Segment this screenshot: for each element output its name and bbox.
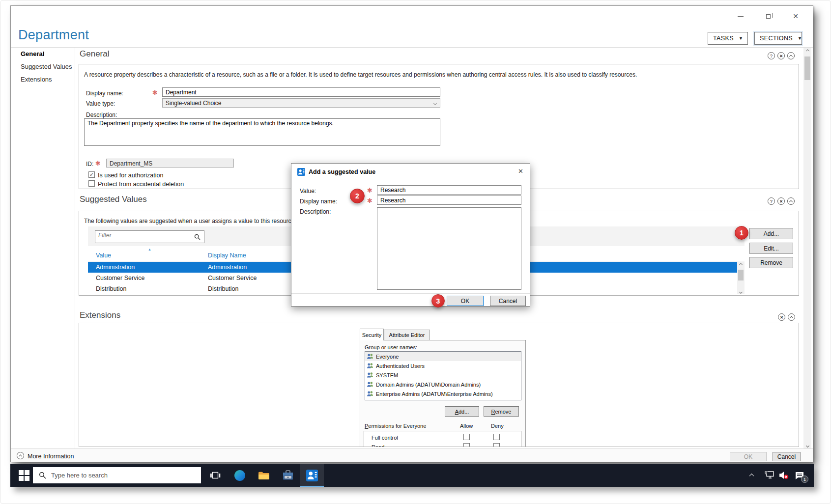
sections-dropdown-button[interactable]: SECTIONS ▼ bbox=[754, 32, 802, 45]
dialog-value-input[interactable]: Research bbox=[377, 185, 521, 195]
start-button[interactable] bbox=[19, 470, 29, 481]
scroll-down-icon[interactable] bbox=[803, 445, 811, 447]
add-suggested-value-dialog: Add a suggested value ✕ Value: ✱ Researc… bbox=[291, 163, 530, 307]
dialog-cancel-button[interactable]: Cancel bbox=[490, 296, 526, 306]
cell-display-name: Customer Service bbox=[208, 275, 257, 281]
sort-ascending-icon[interactable]: ▲ bbox=[148, 248, 151, 251]
dialog-display-name-input[interactable]: Research bbox=[377, 196, 521, 205]
sidebar-item-suggested-values[interactable]: Suggested Values bbox=[21, 63, 72, 70]
window-controls: ✕ bbox=[737, 13, 799, 20]
description-textarea[interactable]: The Department property specifies the na… bbox=[84, 118, 440, 146]
tasks-dropdown-button[interactable]: TASKS ▼ bbox=[708, 32, 748, 45]
permissions-box: Full control Read bbox=[364, 431, 521, 447]
extensions-section-heading: Extensions bbox=[80, 310, 120, 320]
task-view-icon bbox=[210, 470, 221, 481]
adac-app-button[interactable] bbox=[306, 470, 318, 481]
tab-attribute-editor[interactable]: Attribute Editor bbox=[384, 330, 430, 340]
add-button[interactable]: Add... bbox=[749, 228, 793, 239]
network-tray-button[interactable] bbox=[765, 464, 775, 487]
security-add-button[interactable]: Add... bbox=[445, 406, 479, 417]
security-remove-button[interactable]: Remove bbox=[484, 406, 519, 417]
task-view-button[interactable] bbox=[209, 470, 221, 481]
dialog-description-textarea[interactable] bbox=[377, 207, 521, 290]
edit-button[interactable]: Edit... bbox=[749, 243, 793, 254]
id-input[interactable]: Department_MS bbox=[106, 159, 234, 168]
dialog-ok-button[interactable]: OK bbox=[447, 296, 484, 306]
header-divider bbox=[11, 47, 813, 48]
action-center-button[interactable]: 1 bbox=[795, 464, 804, 487]
scrollbar-thumb[interactable] bbox=[738, 270, 744, 280]
restore-button[interactable] bbox=[765, 13, 772, 20]
users-icon bbox=[367, 381, 374, 388]
caret-down-icon: ▼ bbox=[798, 36, 802, 41]
dialog-close-icon[interactable]: ✕ bbox=[518, 168, 523, 175]
dialog-display-name-label: Display name: bbox=[300, 198, 337, 205]
close-section-icon[interactable]: ✕ bbox=[777, 52, 785, 59]
close-section-icon[interactable]: ✕ bbox=[777, 197, 785, 205]
volume-tray-button[interactable] bbox=[778, 464, 789, 487]
protect-deletion-checkbox-label: Protect from accidental deletion bbox=[98, 181, 184, 188]
close-button[interactable]: ✕ bbox=[792, 13, 799, 20]
deny-checkbox[interactable] bbox=[493, 443, 500, 447]
scroll-up-icon[interactable] bbox=[737, 263, 745, 265]
help-icon[interactable]: ? bbox=[768, 197, 775, 205]
more-information-toggle[interactable] bbox=[17, 452, 24, 459]
permission-name: Full control bbox=[372, 435, 398, 441]
extensions-panel: Security Attribute Editor Group or user … bbox=[79, 323, 799, 447]
file-explorer-button[interactable] bbox=[258, 470, 270, 481]
search-icon bbox=[39, 472, 46, 479]
allow-checkbox[interactable] bbox=[463, 443, 470, 447]
table-scrollbar[interactable] bbox=[737, 262, 745, 294]
group-name: SYSTEM bbox=[376, 372, 398, 378]
list-item[interactable]: Domain Admins (ADATUM\Domain Admins) bbox=[365, 380, 521, 389]
users-icon bbox=[367, 391, 374, 397]
authorization-checkbox[interactable] bbox=[88, 171, 95, 178]
adac-app-icon bbox=[306, 470, 318, 481]
tasks-label: TASKS bbox=[713, 35, 734, 42]
column-header-value[interactable]: Value bbox=[96, 252, 111, 259]
list-item[interactable]: Everyone bbox=[365, 352, 521, 361]
tray-chevron-button[interactable] bbox=[750, 464, 753, 487]
deny-column-label: Deny bbox=[491, 423, 504, 429]
users-icon bbox=[367, 363, 374, 369]
collapse-section-icon[interactable] bbox=[788, 313, 795, 321]
value-type-dropdown[interactable]: Single-valued Choice bbox=[162, 98, 440, 108]
list-item[interactable]: SYSTEM bbox=[365, 370, 521, 380]
deny-checkbox[interactable] bbox=[493, 434, 500, 440]
column-header-display-name[interactable]: Display Name bbox=[208, 252, 246, 259]
group-name: Domain Admins (ADATUM\Domain Admins) bbox=[376, 382, 481, 388]
protect-deletion-checkbox[interactable] bbox=[88, 180, 95, 187]
scrollbar-thumb[interactable] bbox=[804, 56, 810, 80]
display-name-input[interactable]: Department bbox=[162, 87, 440, 97]
edge-button[interactable] bbox=[234, 470, 246, 481]
scroll-up-icon[interactable] bbox=[803, 49, 811, 52]
folder-icon bbox=[258, 471, 270, 480]
scroll-down-icon[interactable] bbox=[737, 291, 745, 293]
server-manager-button[interactable] bbox=[282, 470, 294, 481]
help-icon[interactable]: ? bbox=[768, 52, 775, 59]
close-section-icon[interactable]: ✕ bbox=[778, 313, 785, 321]
collapse-section-icon[interactable] bbox=[787, 197, 795, 205]
ok-button[interactable]: OK bbox=[730, 452, 767, 461]
sidebar-item-extensions[interactable]: Extensions bbox=[21, 76, 52, 83]
search-placeholder: Type here to search bbox=[51, 472, 108, 479]
annotation-step-1: 1 bbox=[735, 226, 748, 240]
remove-button[interactable]: Remove bbox=[749, 257, 793, 268]
filter-input[interactable]: Filter bbox=[95, 230, 204, 243]
general-section-heading: General bbox=[80, 49, 109, 59]
cancel-button[interactable]: Cancel bbox=[773, 452, 801, 461]
main-scrollbar[interactable] bbox=[803, 48, 811, 448]
minimize-button[interactable] bbox=[737, 13, 744, 20]
suggested-values-intro-text: The following values are suggested when … bbox=[84, 218, 319, 224]
collapse-section-icon[interactable] bbox=[787, 52, 795, 59]
taskbar-search-input[interactable]: Type here to search bbox=[33, 467, 201, 483]
list-item[interactable]: Authenticated Users bbox=[365, 361, 521, 370]
group-name: Everyone bbox=[376, 354, 399, 360]
screenshot-stage: ✕ Department TASKS ▼ SECTIONS ▼ General … bbox=[0, 0, 831, 504]
allow-checkbox[interactable] bbox=[463, 434, 470, 440]
tab-security[interactable]: Security bbox=[360, 329, 384, 340]
group-names-listbox[interactable]: Everyone Authenticated Users SYSTEM Doma… bbox=[365, 351, 521, 400]
sidebar-item-general[interactable]: General bbox=[21, 50, 44, 57]
list-item[interactable]: Enterprise Admins (ADATUM\Enterprise Adm… bbox=[365, 389, 521, 398]
group-name: Enterprise Admins (ADATUM\Enterprise Adm… bbox=[376, 391, 493, 397]
